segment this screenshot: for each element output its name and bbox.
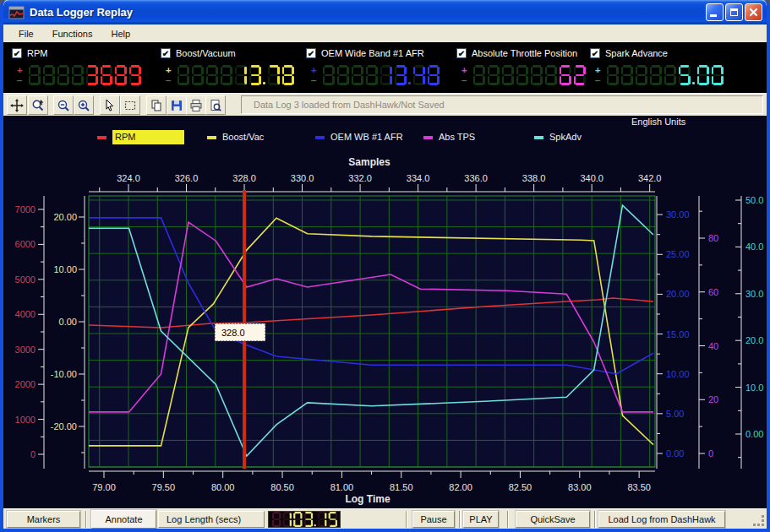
markers-button[interactable]: Markers	[7, 511, 80, 528]
seven-seg-digit	[282, 65, 294, 85]
separator	[459, 511, 461, 528]
copy-icon	[150, 99, 163, 112]
minus-indicator-icon: −	[17, 77, 23, 85]
select-arrow-button[interactable]	[100, 95, 120, 115]
pan-button[interactable]	[7, 95, 27, 115]
seven-seg-digit	[516, 65, 528, 85]
chart[interactable]: 324.0326.0328.0330.0332.0334.0336.0338.0…	[3, 116, 767, 508]
axis-tick-label: 79.00	[92, 482, 116, 492]
gauge-label: Absolute Throttle Position	[472, 48, 577, 58]
axis-tick-label: 0.00	[59, 317, 77, 327]
seven-seg-digit	[323, 65, 335, 85]
axis-tick-label: 79.50	[152, 482, 176, 492]
cursor-label: 328.0	[221, 328, 245, 338]
axis-tick-label: 83.50	[627, 482, 651, 492]
seven-seg-digit	[72, 65, 84, 85]
close-button[interactable]	[745, 3, 762, 21]
axis-tick-label: 4000	[15, 309, 35, 319]
plus-indicator-icon: +	[461, 66, 467, 74]
zoom-in-icon	[77, 99, 90, 112]
menu-item-file[interactable]: File	[19, 29, 34, 39]
seven-seg-digit	[607, 65, 619, 85]
axis-tick-label: 50.0	[745, 195, 763, 205]
axis-tick-label: 80.50	[270, 482, 294, 492]
axis-tick-label: 10.00	[53, 264, 77, 274]
seven-seg-digit	[318, 512, 326, 527]
seven-seg-digit	[636, 65, 647, 85]
seven-seg-digit	[621, 65, 633, 85]
axis-tick-label: 20.00	[666, 289, 690, 299]
checkbox[interactable]: ✔	[456, 48, 467, 58]
minus-indicator-icon: −	[166, 77, 172, 85]
axis-tick-label: 30.00	[666, 209, 690, 220]
axis-tick-label: -10.00	[51, 369, 77, 379]
axis-tick-label: 332.0	[348, 173, 372, 183]
seven-seg-digit	[43, 65, 55, 85]
menu-item-help[interactable]: Help	[111, 29, 130, 39]
select-box-icon	[123, 99, 137, 112]
axis-tick-label: 82.50	[509, 482, 532, 492]
gauge-panel: ✔RPM+−✔Boost/Vacuum+−✔OEM Wide Band #1 A…	[3, 42, 767, 93]
maximize-button[interactable]	[725, 3, 743, 21]
transport-bar: Markers Annotate Log Length (secs) Pause…	[3, 508, 767, 529]
logtime-axis: 79.0079.5080.0080.5081.0081.5082.0082.50…	[89, 471, 655, 505]
print-preview-icon	[209, 99, 222, 112]
seven-seg-digit	[679, 65, 691, 85]
select-box-button[interactable]	[120, 95, 140, 115]
zoom-out-button[interactable]	[53, 95, 74, 115]
gauge-absolute-throttle-position: ✔Absolute Throttle Position+−	[453, 42, 598, 93]
annotate-button[interactable]: Annotate	[91, 510, 156, 529]
axis-tick-label: 20.0	[745, 335, 763, 345]
separator	[594, 511, 596, 528]
seven-seg-digit	[329, 512, 337, 527]
gauge-rpm: ✔RPM+−	[8, 42, 154, 93]
seven-seg-digit	[413, 65, 425, 85]
zoom-dynamic-button[interactable]	[28, 95, 48, 115]
gauge-label: Boost/Vacuum	[176, 48, 236, 58]
axis-tick-label: 0.00	[666, 448, 684, 459]
axis-tick-label: 342.0	[638, 173, 662, 183]
print-button[interactable]	[186, 95, 206, 115]
axis-tick-label: 2000	[15, 379, 35, 389]
axis-tick-label: 80	[708, 233, 718, 243]
copy-button[interactable]	[146, 95, 167, 115]
seven-seg-digit	[268, 65, 280, 85]
play-button[interactable]: PLAY	[463, 511, 499, 528]
samples-axis-title: Samples	[348, 156, 390, 168]
checkbox[interactable]: ✔	[12, 48, 22, 58]
zoom-out-icon	[57, 99, 70, 112]
seven-seg-digit	[272, 512, 281, 527]
print-icon	[189, 99, 203, 112]
axis-tick-label: 82.00	[449, 482, 472, 492]
checkbox[interactable]: ✔	[590, 48, 600, 58]
minimize-button[interactable]	[706, 3, 724, 21]
resize-grip[interactable]	[752, 514, 766, 528]
axis-tick-label: 0.00	[745, 429, 763, 439]
load-log-button[interactable]: Load Log from DashHawk	[598, 511, 725, 528]
quicksave-button[interactable]: QuickSave	[516, 511, 590, 528]
seven-seg-digit	[129, 65, 141, 85]
save-icon	[170, 99, 183, 112]
axis-tick-label: 0	[30, 449, 35, 459]
seven-seg-digit	[650, 65, 662, 85]
checkbox[interactable]: ✔	[306, 48, 316, 58]
save-button[interactable]	[167, 95, 187, 115]
seven-seg-digit	[574, 65, 586, 85]
gauge-spark-advance: ✔Spark Advance+−	[587, 42, 732, 93]
menu-item-functions[interactable]: Functions	[52, 29, 93, 39]
axis-tick-label: 6000	[15, 239, 35, 249]
window-title: Data Logger Replay	[30, 6, 704, 19]
seven-seg-digit	[697, 65, 709, 85]
zoom-in-button[interactable]	[74, 95, 94, 115]
seven-seg-digit	[352, 65, 363, 85]
pause-button[interactable]: Pause	[412, 511, 455, 528]
axis-tick-label: -20.00	[51, 421, 77, 432]
axis-tick-label: 3000	[15, 345, 35, 355]
print-preview-button[interactable]	[205, 95, 226, 115]
seven-seg-digit	[531, 65, 543, 85]
maximize-icon	[730, 8, 738, 16]
close-icon	[749, 8, 758, 17]
axis-tick-label: 340.0	[580, 173, 603, 183]
select-arrow-icon	[103, 99, 117, 112]
checkbox[interactable]: ✔	[161, 48, 171, 58]
